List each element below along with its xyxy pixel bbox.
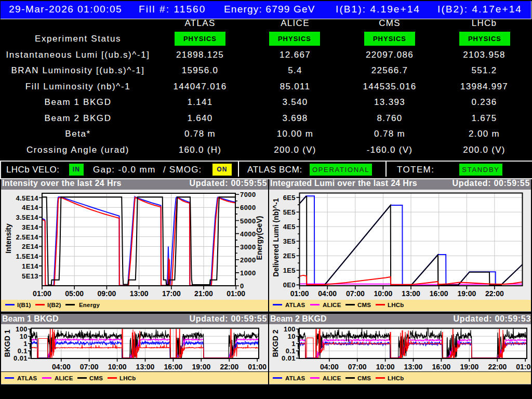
- svg-text:5000: 5000: [240, 217, 256, 225]
- svg-text:0.01: 0.01: [14, 354, 28, 362]
- svg-text:07:00: 07:00: [348, 363, 367, 371]
- svg-text:6E5: 6E5: [283, 194, 296, 202]
- svg-text:10:00: 10:00: [374, 289, 392, 298]
- svg-text:4E5: 4E5: [283, 223, 296, 231]
- svg-text:Delivered Lumi (nb)^-1: Delivered Lumi (nb)^-1: [272, 198, 280, 277]
- svg-text:16:00: 16:00: [430, 289, 448, 298]
- svg-text:21:00: 21:00: [194, 289, 213, 298]
- svg-text:05:00: 05:00: [65, 289, 84, 298]
- svg-text:19:00: 19:00: [457, 289, 476, 298]
- svg-text:09:00: 09:00: [97, 289, 116, 298]
- svg-text:2E5: 2E5: [283, 252, 296, 260]
- svg-text:22:00: 22:00: [220, 363, 238, 371]
- svg-text:7000: 7000: [240, 191, 256, 198]
- svg-text:2E14: 2E14: [22, 243, 38, 250]
- svg-text:13:00: 13:00: [136, 363, 155, 371]
- svg-text:1: 1: [23, 340, 28, 348]
- svg-text:04:00: 04:00: [318, 289, 337, 298]
- svg-text:2000: 2000: [240, 256, 256, 264]
- svg-text:1000: 1000: [240, 269, 256, 277]
- svg-text:3E14: 3E14: [22, 223, 38, 231]
- svg-text:01:00: 01:00: [248, 363, 267, 371]
- svg-text:0: 0: [240, 282, 244, 290]
- svg-text:04:00: 04:00: [52, 363, 71, 371]
- svg-text:BKGD 1: BKGD 1: [3, 329, 11, 357]
- svg-text:19:00: 19:00: [460, 363, 478, 371]
- svg-text:3000: 3000: [240, 243, 256, 251]
- svg-text:16:00: 16:00: [164, 363, 182, 371]
- svg-text:01:00: 01:00: [290, 289, 309, 298]
- svg-text:100: 100: [284, 325, 296, 333]
- svg-text:1E14: 1E14: [22, 262, 38, 270]
- svg-text:10:00: 10:00: [376, 363, 395, 371]
- svg-text:Intensity: Intensity: [4, 223, 12, 254]
- svg-text:22:00: 22:00: [485, 289, 504, 298]
- svg-text:0E0: 0E0: [283, 281, 296, 289]
- svg-text:4.5E14: 4.5E14: [16, 194, 38, 202]
- svg-text:22:00: 22:00: [488, 363, 507, 371]
- svg-text:1E5: 1E5: [283, 267, 296, 274]
- svg-text:13:00: 13:00: [402, 289, 420, 298]
- svg-text:04:00: 04:00: [320, 363, 339, 371]
- svg-text:13:00: 13:00: [404, 363, 423, 371]
- svg-text:BKGD 2: BKGD 2: [271, 329, 280, 357]
- svg-text:Energy(GeV): Energy(GeV): [255, 216, 263, 260]
- svg-text:3.5E14: 3.5E14: [16, 214, 38, 221]
- svg-text:5E5: 5E5: [283, 208, 296, 216]
- svg-text:07:00: 07:00: [80, 363, 99, 371]
- svg-text:4000: 4000: [240, 230, 256, 238]
- svg-text:07:00: 07:00: [346, 289, 365, 298]
- svg-text:0.1: 0.1: [286, 347, 296, 355]
- svg-text:3E5: 3E5: [283, 237, 296, 245]
- svg-text:6000: 6000: [240, 204, 256, 211]
- svg-text:01:00: 01:00: [227, 289, 245, 298]
- svg-text:1: 1: [291, 340, 296, 348]
- svg-text:01:00: 01:00: [516, 363, 531, 371]
- svg-text:10: 10: [20, 332, 28, 340]
- svg-text:1.5E14: 1.5E14: [16, 252, 38, 260]
- svg-text:01:00: 01:00: [33, 289, 51, 298]
- svg-text:100: 100: [16, 325, 28, 333]
- svg-text:19:00: 19:00: [192, 363, 210, 371]
- svg-text:10: 10: [288, 332, 296, 340]
- svg-text:2.5E14: 2.5E14: [16, 233, 38, 241]
- svg-text:5E13: 5E13: [22, 272, 38, 280]
- svg-text:13:00: 13:00: [130, 289, 149, 298]
- svg-text:17:00: 17:00: [162, 289, 181, 298]
- svg-text:0.1: 0.1: [18, 347, 28, 355]
- svg-text:4E14: 4E14: [22, 204, 38, 211]
- svg-text:16:00: 16:00: [432, 363, 450, 371]
- svg-text:10:00: 10:00: [108, 363, 127, 371]
- svg-text:0.01: 0.01: [282, 354, 296, 362]
